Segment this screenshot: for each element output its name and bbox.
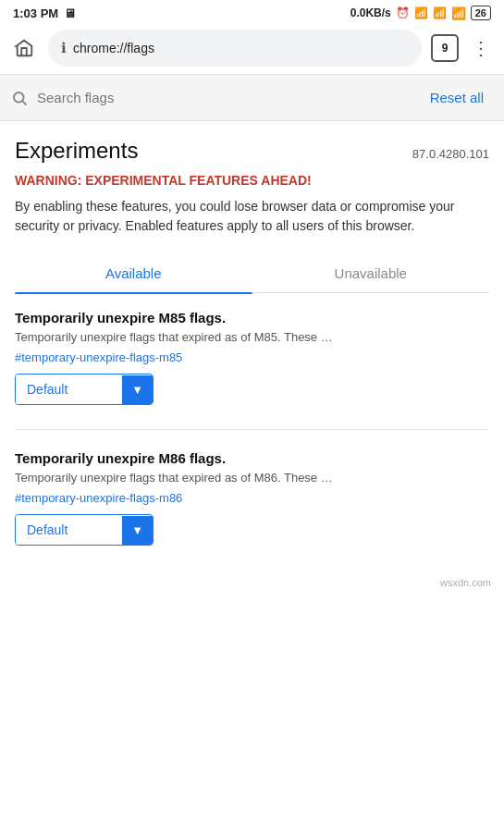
flag-link-m86[interactable]: #temporary-unexpire-flags-m86	[15, 491, 182, 505]
flag-item-m85: Temporarily unexpire M85 flags. Temporar…	[15, 310, 489, 405]
flag-divider	[15, 429, 489, 430]
reset-all-button[interactable]: Reset all	[421, 84, 493, 111]
flag-dropdown-m85[interactable]: Default ▼	[15, 374, 154, 405]
tab-available[interactable]: Available	[15, 254, 252, 292]
time-display: 1:03 PM	[13, 6, 58, 20]
tabs-container: Available Unavailable	[15, 254, 489, 293]
experiments-header: Experiments 87.0.4280.101	[15, 138, 489, 164]
tab-available-label: Available	[105, 265, 162, 281]
main-content: Experiments 87.0.4280.101 WARNING: EXPER…	[0, 121, 504, 546]
screen-icon: 🖥	[64, 6, 76, 20]
flag-dropdown-arrow-m86: ▼	[122, 516, 153, 545]
watermark: wsxdn.com	[0, 570, 504, 594]
search-bar: Reset all	[0, 75, 504, 121]
status-bar-left: 1:03 PM 🖥	[13, 6, 76, 20]
flag-description-m86: Temporarily unexpire flags that expired …	[15, 470, 489, 486]
info-icon: ℹ	[61, 40, 67, 56]
experiments-title: Experiments	[15, 138, 138, 164]
flag-dropdown-m86[interactable]: Default ▼	[15, 514, 154, 546]
version-text: 87.0.4280.101	[412, 147, 489, 161]
tab-count-button[interactable]: 9	[431, 34, 459, 62]
svg-point-0	[14, 92, 24, 103]
status-bar: 1:03 PM 🖥 0.0KB/s ⏰ 📶 📶 📶 26	[0, 0, 504, 24]
battery-display: 26	[471, 6, 491, 20]
warning-text: WARNING: EXPERIMENTAL FEATURES AHEAD!	[15, 173, 489, 188]
browser-chrome: ℹ chrome://flags 9 ⋮	[0, 24, 504, 75]
flag-title-m85: Temporarily unexpire M85 flags.	[15, 310, 489, 325]
flag-dropdown-arrow-m85: ▼	[122, 375, 153, 404]
search-input-wrapper	[11, 90, 412, 106]
flag-dropdown-value-m85: Default	[16, 375, 122, 404]
flag-title-m86: Temporarily unexpire M86 flags.	[15, 450, 489, 466]
tab-count-text: 9	[442, 42, 449, 55]
svg-line-1	[22, 101, 26, 104]
search-flags-input[interactable]	[37, 90, 412, 105]
address-bar[interactable]: ℹ chrome://flags	[48, 30, 422, 67]
status-bar-right: 0.0KB/s ⏰ 📶 📶 📶 26	[350, 6, 491, 20]
home-button[interactable]	[9, 33, 39, 63]
network-speed: 0.0KB/s	[350, 6, 391, 19]
flag-link-m85[interactable]: #temporary-unexpire-flags-m85	[15, 350, 182, 364]
tab-unavailable[interactable]: Unavailable	[252, 254, 490, 292]
flag-item-m86: Temporarily unexpire M86 flags. Temporar…	[15, 450, 489, 546]
flag-description-m85: Temporarily unexpire flags that expired …	[15, 329, 489, 346]
search-icon	[11, 90, 28, 106]
menu-button[interactable]: ⋮	[468, 35, 495, 61]
flag-dropdown-value-m86: Default	[16, 515, 122, 545]
wifi-icon: 📶	[451, 6, 466, 20]
alarm-icon: ⏰	[396, 6, 410, 19]
signal-icon: 📶	[414, 6, 428, 19]
signal-icon-2: 📶	[433, 6, 447, 19]
url-text: chrome://flags	[73, 41, 154, 55]
tab-unavailable-label: Unavailable	[335, 265, 407, 281]
description-text: By enabling these features, you could lo…	[15, 197, 489, 236]
